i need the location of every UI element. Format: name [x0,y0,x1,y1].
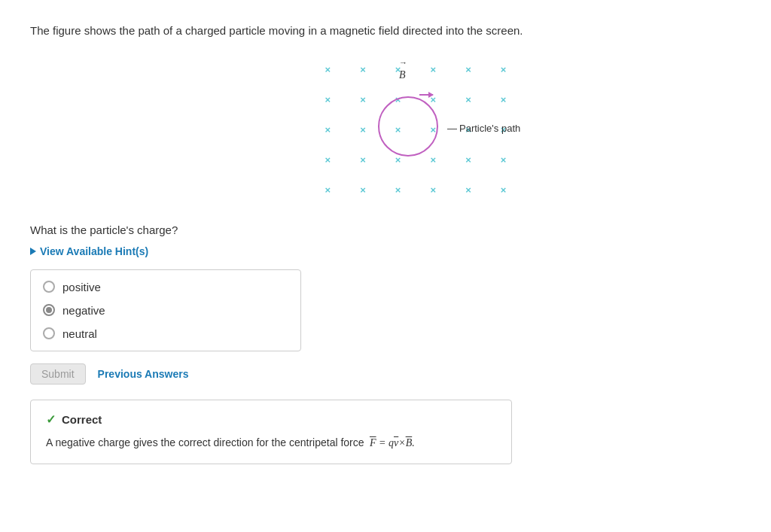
previous-answers-link[interactable]: Previous Answers [98,368,189,380]
feedback-header: ✓ Correct [46,412,496,427]
x-mark: × [380,175,416,205]
x-mark: × [451,145,486,175]
feedback-body-text: A negative charge gives the correct dire… [46,436,364,448]
particle-path-circle [378,96,438,157]
x-mark: × [346,175,381,205]
radio-neutral[interactable] [43,327,55,339]
x-mark: × [486,85,521,115]
option-neutral-label: neutral [62,327,97,340]
option-negative[interactable]: negative [43,304,288,317]
x-mark: × [346,55,381,85]
x-mark: × [380,55,416,85]
x-mark: × [346,145,381,175]
correct-checkmark-icon: ✓ [46,412,56,427]
particle-path-label: Particle's path [447,123,520,134]
submit-row: Submit Previous Answers [30,363,741,385]
sub-question-text: What is the particle's charge? [30,223,741,236]
x-mark: × [310,85,346,115]
radio-negative[interactable] [43,304,55,316]
feedback-status: Correct [62,413,102,426]
x-mark: × [310,55,346,85]
b-field-label: → B [399,56,407,81]
x-mark: × [346,85,381,115]
feedback-formula: F = qv×B. [367,437,414,448]
radio-negative-dot [46,307,52,313]
x-mark: × [416,175,451,205]
x-mark: × [451,85,486,115]
option-negative-label: negative [62,304,105,317]
x-mark: × [310,175,346,205]
x-mark: × [451,175,486,205]
submit-button[interactable]: Submit [30,363,86,385]
feedback-box: ✓ Correct A negative charge gives the co… [30,400,512,464]
x-mark: × [310,115,346,145]
answer-options-box: positive negative neutral [30,269,301,351]
hint-toggle[interactable]: View Available Hint(s) [30,245,741,257]
velocity-arrow [419,94,433,96]
question-text: The figure shows the path of a charged p… [30,23,741,40]
feedback-text: A negative charge gives the correct dire… [46,434,496,451]
hint-label: View Available Hint(s) [40,245,148,257]
magnetic-field-diagram: × × × × × × × × × × × × × × × × × × × × … [310,55,521,205]
x-mark: × [310,145,346,175]
x-mark: × [451,55,486,85]
x-mark: × [346,115,381,145]
hint-triangle-icon [30,248,36,255]
x-mark: × [486,175,521,205]
x-mark: × [416,55,451,85]
option-positive[interactable]: positive [43,281,288,293]
x-mark: × [486,145,521,175]
x-mark: × [486,55,521,85]
option-positive-label: positive [62,281,101,293]
figure-container: × × × × × × × × × × × × × × × × × × × × … [90,55,741,205]
option-neutral[interactable]: neutral [43,327,288,340]
radio-positive[interactable] [43,281,55,293]
